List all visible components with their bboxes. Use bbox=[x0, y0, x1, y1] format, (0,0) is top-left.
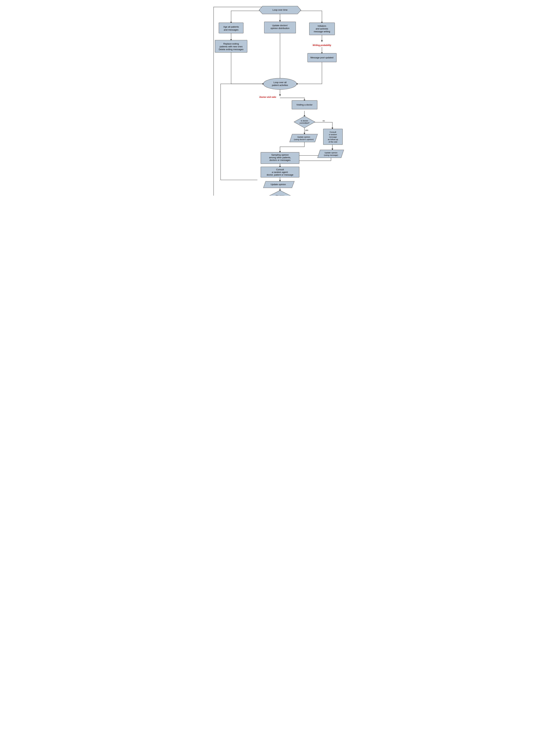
diagram-container: Loop over time Age all patients and mess… bbox=[210, 3, 350, 196]
is-doctor-committed-label2: committed? bbox=[300, 122, 309, 124]
replace-exiting-label2: patients with new ones bbox=[220, 45, 243, 48]
update-opinion-label: Update opinion bbox=[271, 183, 286, 186]
consult-random-agent-label3: doctor, patient or message bbox=[266, 174, 293, 176]
consult-random-msg-label5: of the visit bbox=[328, 141, 337, 143]
consult-random-agent-label2: a random agent: bbox=[272, 171, 288, 174]
consult-random-msg-label4: as follow-up bbox=[328, 138, 338, 140]
update-opinion-msg-label1: Update opinion bbox=[324, 152, 338, 154]
loop-over-time-label: Loop over time bbox=[273, 8, 287, 11]
is-doctor-committed-label1: Is doctor bbox=[301, 120, 308, 122]
yes-label: yes bbox=[305, 129, 308, 131]
loop-patients-label2: patient activities bbox=[272, 84, 288, 86]
consult-random-msg-label3: message bbox=[329, 136, 337, 138]
message-pool-label: Message pool updated bbox=[311, 56, 334, 59]
initiators-label1: Initiators bbox=[318, 25, 326, 27]
checking-activist-label1: Checking bbox=[276, 195, 284, 196]
update-doctors-label2: opinion distribution bbox=[271, 27, 289, 29]
visiting-doctor-label: Visiting a doctor bbox=[296, 103, 313, 106]
age-patients-label: Age all patients bbox=[223, 25, 239, 28]
consult-random-agent-label1: Consult bbox=[276, 168, 284, 171]
replace-exiting-label3: Delete exiting messages bbox=[219, 48, 243, 51]
consult-random-msg-label1: Consult bbox=[329, 131, 336, 133]
sampling-opinion-label1: Sampling opinion bbox=[271, 154, 289, 156]
sampling-opinion-label3: doctors or messages bbox=[269, 159, 291, 161]
update-opinion-doctor-shape bbox=[289, 134, 318, 142]
age-patients-label2: and messages bbox=[224, 28, 239, 31]
update-doctors-label1: Update doctors' bbox=[272, 24, 288, 27]
doctor-visit-ratio-label: Doctor visit ratio bbox=[259, 96, 276, 98]
initiators-label2: and activists bbox=[316, 27, 328, 30]
loop-patients-label1: Loop over all bbox=[274, 81, 287, 84]
replace-exiting-label1: Replace exiting bbox=[223, 42, 239, 45]
update-opinion-message-shape bbox=[318, 150, 344, 158]
consult-random-msg-label2: a random bbox=[329, 134, 337, 136]
update-opinion-msg-label2: (using message) bbox=[324, 154, 338, 156]
no-label: no bbox=[323, 120, 325, 122]
initiators-label3: message writing bbox=[314, 30, 330, 33]
update-opinion-doctor-label1: Update opinion bbox=[297, 136, 310, 138]
sampling-opinion-label2: among other patients, bbox=[269, 156, 291, 159]
update-opinion-doctor-label2: (using doctor's opinion) bbox=[294, 138, 314, 140]
writing-prob-label: Writing probability bbox=[313, 44, 331, 46]
